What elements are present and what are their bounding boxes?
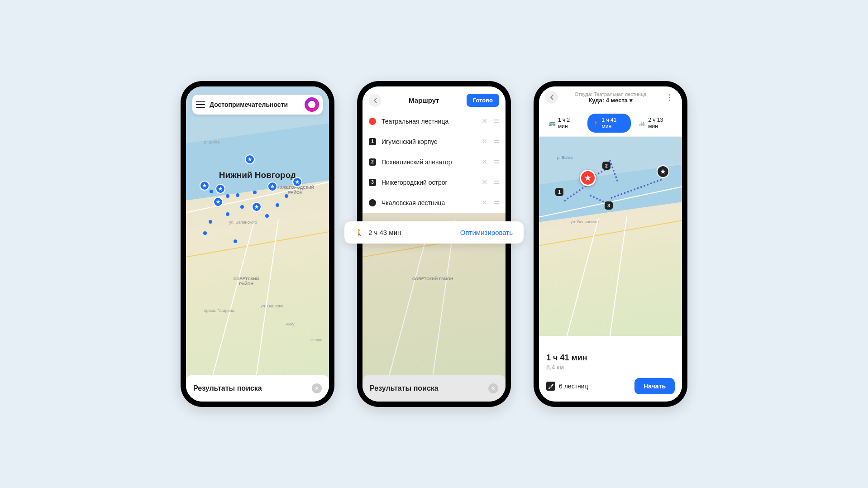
remove-icon[interactable]: ✕ xyxy=(482,137,487,146)
poi-dot-pin[interactable] xyxy=(285,194,288,198)
optimize-bar: 🚶 2 ч 43 мин Оптимизировать xyxy=(344,221,524,244)
street-label: ул. Белинского xyxy=(571,220,599,224)
end-pin[interactable] xyxy=(657,165,669,178)
poi-dot-pin[interactable] xyxy=(236,193,239,197)
route-item-name: Театральная лестница xyxy=(382,118,476,125)
poi-star-pin[interactable] xyxy=(252,202,262,212)
stairs-info: 6 лестниц xyxy=(546,382,588,391)
route-marker-icon: 1 xyxy=(369,138,376,145)
river-label: р. Волга xyxy=(557,155,572,160)
route-item-name: Нижегородский острог xyxy=(382,179,476,186)
route-item[interactable]: 3 Нижегородский острог ✕ xyxy=(369,172,499,192)
route-marker-icon: 3 xyxy=(369,179,376,186)
route-map[interactable]: р. Волга ул. Белинского 1 2 3 xyxy=(539,129,682,336)
poi-star-pin[interactable] xyxy=(200,181,210,191)
district-label: СОВЕТСКИЙРАЙОН xyxy=(234,277,259,287)
transport-tabs: 🚌1 ч 2 мин🚶1 ч 41 мин🚲2 ч 13 мин xyxy=(539,110,682,137)
poi-dot-pin[interactable] xyxy=(276,203,279,207)
done-button[interactable]: Готово xyxy=(467,94,499,107)
transport-icon: 🚲 xyxy=(639,120,646,126)
district-label: СОВЕТСКИЙ РАЙОН xyxy=(412,277,453,282)
phone-1: Достопримечательности Нижний Новгород НИ… xyxy=(181,81,334,407)
drag-handle-icon[interactable] xyxy=(494,181,499,184)
route-item-name: Игуменский корпус xyxy=(382,138,476,145)
route-from[interactable]: Откуда: Театральная лестница xyxy=(563,91,658,97)
route-header: Маршрут Готово xyxy=(362,86,506,111)
close-icon[interactable]: ✕ xyxy=(488,383,498,393)
close-icon[interactable]: ✕ xyxy=(312,383,322,393)
route-to[interactable]: Куда: 4 места ▾ xyxy=(563,97,658,104)
remove-icon[interactable]: ✕ xyxy=(482,178,487,187)
street-label: ул. Ванеева xyxy=(261,304,283,308)
route-item-name: Чкаловская лестница xyxy=(382,199,476,206)
back-button[interactable] xyxy=(369,94,382,107)
route-marker-icon: 2 xyxy=(369,158,376,166)
waypoint-1[interactable]: 1 xyxy=(555,188,563,196)
poi-star-pin[interactable] xyxy=(215,184,225,194)
street-label: Новол xyxy=(310,338,322,342)
poi-star-pin[interactable] xyxy=(245,154,255,164)
route-distance: 8,4 км xyxy=(546,364,675,371)
route-item[interactable]: 2 Похвалинский элеватор ✕ xyxy=(369,152,499,172)
stairs-icon xyxy=(546,382,555,391)
poi-dot-pin[interactable] xyxy=(265,214,269,218)
poi-dot-pin[interactable] xyxy=(226,212,229,216)
poi-star-pin[interactable] xyxy=(292,177,302,187)
results-panel[interactable]: Результаты поиска ✕ xyxy=(186,375,329,402)
optimize-button[interactable]: Оптимизировать xyxy=(460,229,513,236)
poi-dot-pin[interactable] xyxy=(210,190,213,193)
start-pin[interactable] xyxy=(580,170,596,186)
route-header: Откуда: Театральная лестница Куда: 4 мес… xyxy=(539,86,682,107)
route-marker-icon xyxy=(369,118,376,125)
drag-handle-icon[interactable] xyxy=(494,120,499,123)
header-title: Маршрут xyxy=(409,96,439,104)
route-marker-icon xyxy=(369,199,376,206)
waypoint-3[interactable]: 3 xyxy=(605,201,613,210)
route-item[interactable]: 1 Игуменский корпус ✕ xyxy=(369,131,499,152)
remove-icon[interactable]: ✕ xyxy=(482,158,487,166)
drag-handle-icon[interactable] xyxy=(494,140,499,143)
street-label: просп. Гагарина xyxy=(204,308,234,313)
poi-star-pin[interactable] xyxy=(267,182,277,191)
drag-handle-icon[interactable] xyxy=(494,160,499,163)
city-label: Нижний Новгород xyxy=(219,170,296,180)
street-label: Анку xyxy=(286,322,295,326)
remove-icon[interactable]: ✕ xyxy=(482,198,487,207)
route-summary: 1 ч 41 мин 8,4 км 6 лестниц Начать xyxy=(539,346,682,402)
poi-dot-pin[interactable] xyxy=(253,191,257,194)
drag-handle-icon[interactable] xyxy=(494,201,499,204)
poi-dot-pin[interactable] xyxy=(234,239,237,243)
poi-dot-pin[interactable] xyxy=(203,231,207,235)
back-button[interactable] xyxy=(545,91,558,104)
poi-dot-pin[interactable] xyxy=(209,220,212,224)
voice-assistant-icon[interactable] xyxy=(305,97,319,112)
street-label: ул. Белинского xyxy=(229,220,257,225)
transport-icon: 🚶 xyxy=(593,120,600,126)
transport-tab[interactable]: 🚲2 ч 13 мин xyxy=(634,114,677,133)
panel-title: Результаты поиска xyxy=(370,384,439,392)
route-list: Театральная лестница ✕ 1 Игуменский корп… xyxy=(362,111,506,213)
menu-icon[interactable] xyxy=(196,101,205,108)
search-input[interactable]: Достопримечательности xyxy=(210,101,300,108)
phone-2: СОВЕТСКИЙ РАЙОН Маршрут Готово Театральн… xyxy=(357,81,511,407)
start-button[interactable]: Начать xyxy=(634,378,675,394)
route-item[interactable]: Чкаловская лестница ✕ xyxy=(369,192,499,213)
more-icon[interactable] xyxy=(663,91,676,104)
transport-tab[interactable]: 🚶1 ч 41 мин xyxy=(587,114,631,133)
transport-tab[interactable]: 🚌1 ч 2 мин xyxy=(544,114,585,133)
panel-title: Результаты поиска xyxy=(193,384,262,392)
route-item-name: Похвалинский элеватор xyxy=(382,158,476,166)
transport-icon: 🚌 xyxy=(549,120,556,126)
route-duration: 1 ч 41 мин xyxy=(546,353,675,363)
map-background[interactable] xyxy=(186,86,329,402)
route-time: 2 ч 43 мин xyxy=(368,229,455,236)
phone-3: Откуда: Театральная лестница Куда: 4 мес… xyxy=(534,81,687,407)
route-item[interactable]: Театральная лестница ✕ xyxy=(369,111,499,131)
results-panel[interactable]: Результаты поиска ✕ xyxy=(362,375,506,402)
poi-dot-pin[interactable] xyxy=(240,205,244,209)
poi-star-pin[interactable] xyxy=(213,197,223,207)
waypoint-2[interactable]: 2 xyxy=(602,162,610,170)
remove-icon[interactable]: ✕ xyxy=(482,117,487,125)
street-label: р. Волга xyxy=(204,140,219,144)
poi-dot-pin[interactable] xyxy=(226,194,229,198)
